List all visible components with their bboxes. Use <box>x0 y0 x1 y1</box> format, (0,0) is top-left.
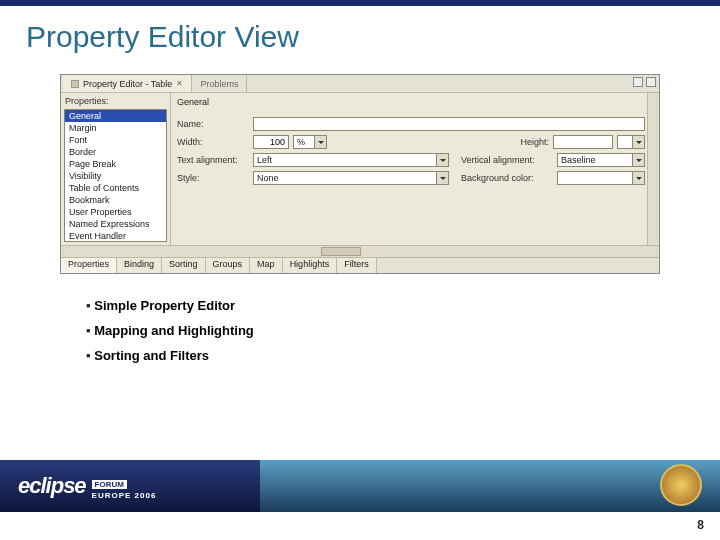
conference-badge-icon <box>660 464 702 506</box>
properties-panel: Properties: General Margin Font Border P… <box>61 93 171 245</box>
bg-color-label: Background color: <box>461 173 553 183</box>
form-section-header: General <box>177 95 645 113</box>
maximize-icon[interactable] <box>646 77 656 87</box>
chevron-down-icon[interactable] <box>436 172 448 184</box>
combo-value: Left <box>254 155 436 165</box>
properties-list[interactable]: General Margin Font Border Page Break Vi… <box>64 109 167 242</box>
list-item[interactable]: User Properties <box>65 206 166 218</box>
footer-left: eclipse FORUM EUROPE 2006 <box>0 460 260 512</box>
style-bg-row: Style: None Background color: <box>177 171 645 185</box>
bottom-tabstrip: Properties Binding Sorting Groups Map Hi… <box>61 257 659 273</box>
text-align-label: Text alignment: <box>177 155 249 165</box>
tab-property-editor[interactable]: Property Editor - Table ✕ <box>63 75 192 92</box>
close-icon[interactable]: ✕ <box>176 79 183 88</box>
chevron-down-icon[interactable] <box>314 136 326 148</box>
list-item[interactable]: Font <box>65 134 166 146</box>
horizontal-scrollbar[interactable] <box>61 245 659 257</box>
footer-right <box>260 460 720 512</box>
combo-value: % <box>294 137 314 147</box>
slide-footer: eclipse FORUM EUROPE 2006 <box>0 460 720 512</box>
property-editor-screenshot: Property Editor - Table ✕ Problems Prope… <box>60 74 660 274</box>
tab-sorting[interactable]: Sorting <box>162 258 206 273</box>
list-item[interactable]: General <box>65 110 166 122</box>
editor-body: Properties: General Margin Font Border P… <box>61 93 659 245</box>
tab-label: Problems <box>200 79 238 89</box>
tab-label: Property Editor - Table <box>83 79 172 89</box>
bullet-item: Simple Property Editor <box>86 298 720 313</box>
name-label: Name: <box>177 119 249 129</box>
height-label: Height: <box>520 137 549 147</box>
tab-properties[interactable]: Properties <box>61 258 117 273</box>
bullet-item: Sorting and Filters <box>86 348 720 363</box>
list-item[interactable]: Named Expressions <box>65 218 166 230</box>
bullet-list: Simple Property Editor Mapping and Highl… <box>86 298 720 363</box>
chevron-down-icon[interactable] <box>632 154 644 166</box>
width-unit-combo[interactable]: % <box>293 135 327 149</box>
combo-value: None <box>254 173 436 183</box>
list-item[interactable]: Page Break <box>65 158 166 170</box>
properties-header: Properties: <box>61 93 170 109</box>
height-input[interactable] <box>553 135 613 149</box>
vertical-scrollbar[interactable] <box>647 93 659 245</box>
list-item[interactable]: Event Handler <box>65 230 166 242</box>
tab-groups[interactable]: Groups <box>206 258 251 273</box>
table-icon <box>71 80 79 88</box>
width-label: Width: <box>177 137 249 147</box>
name-input[interactable] <box>253 117 645 131</box>
style-label: Style: <box>177 173 249 183</box>
chevron-down-icon[interactable] <box>436 154 448 166</box>
slide: Property Editor View Property Editor - T… <box>0 0 720 540</box>
tab-filters[interactable]: Filters <box>337 258 377 273</box>
chevron-down-icon[interactable] <box>632 172 644 184</box>
scrollbar-thumb[interactable] <box>321 247 361 256</box>
vert-align-label: Vertical alignment: <box>461 155 553 165</box>
combo-value: Baseline <box>558 155 632 165</box>
slide-title: Property Editor View <box>0 6 720 64</box>
name-row: Name: <box>177 117 645 131</box>
forum-label: FORUM <box>92 480 127 489</box>
forum-badge: FORUM EUROPE 2006 <box>92 473 157 500</box>
europe-label: EUROPE 2006 <box>92 491 157 500</box>
view-window-controls <box>633 77 656 87</box>
alignment-row: Text alignment: Left Vertical alignment:… <box>177 153 645 167</box>
tab-map[interactable]: Map <box>250 258 283 273</box>
text-align-combo[interactable]: Left <box>253 153 449 167</box>
list-item[interactable]: Border <box>65 146 166 158</box>
bullet-item: Mapping and Highlighting <box>86 323 720 338</box>
list-item[interactable]: Bookmark <box>65 194 166 206</box>
minimize-icon[interactable] <box>633 77 643 87</box>
width-height-row: Width: % Height: <box>177 135 645 149</box>
tab-binding[interactable]: Binding <box>117 258 162 273</box>
list-item[interactable]: Visibility <box>65 170 166 182</box>
chevron-down-icon[interactable] <box>632 136 644 148</box>
style-combo[interactable]: None <box>253 171 449 185</box>
page-number: 8 <box>697 518 704 532</box>
list-item[interactable]: Table of Contents <box>65 182 166 194</box>
tab-problems[interactable]: Problems <box>192 75 247 92</box>
vert-align-combo[interactable]: Baseline <box>557 153 645 167</box>
view-tabstrip: Property Editor - Table ✕ Problems <box>61 75 659 93</box>
property-form: General Name: Width: % Height: <box>171 93 659 245</box>
width-input[interactable] <box>253 135 289 149</box>
eclipse-logo: eclipse <box>18 473 86 499</box>
tab-highlights[interactable]: Highlights <box>283 258 338 273</box>
height-unit-combo[interactable] <box>617 135 645 149</box>
bg-color-combo[interactable] <box>557 171 645 185</box>
list-item[interactable]: Margin <box>65 122 166 134</box>
